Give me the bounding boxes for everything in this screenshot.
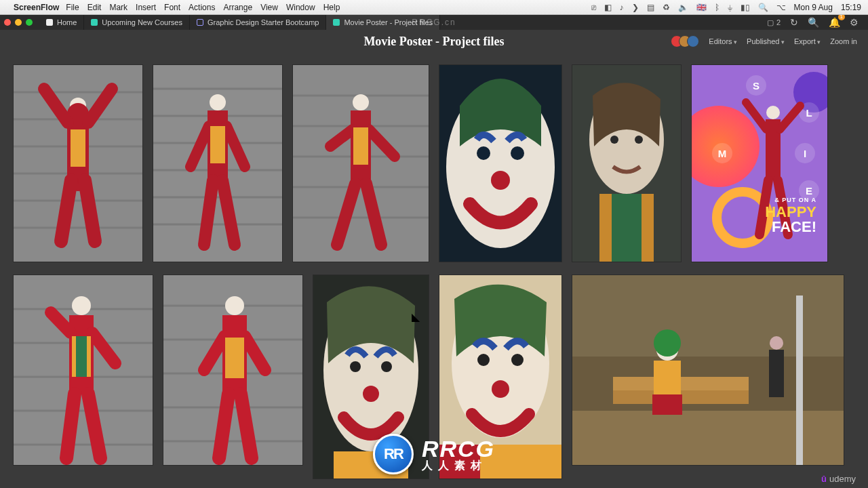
svg-rect-25 xyxy=(353,127,368,165)
project-color-icon xyxy=(333,19,340,26)
project-color-icon xyxy=(197,19,203,26)
menu-file[interactable]: File xyxy=(66,3,79,12)
svg-rect-66 xyxy=(439,445,480,479)
svg-point-16 xyxy=(210,94,226,110)
menu-arrange[interactable]: Arrange xyxy=(223,3,252,12)
window-maximize-button[interactable] xyxy=(26,19,33,26)
macos-menu-bar: ScreenFlow File Edit Mark Insert Font Ac… xyxy=(0,0,868,15)
status-icon[interactable]: ❯ xyxy=(632,3,639,12)
app-name[interactable]: ScreenFlow xyxy=(14,3,59,12)
svg-point-59 xyxy=(363,386,379,402)
window-minimize-button[interactable] xyxy=(15,19,22,26)
image-thumbnail[interactable] xyxy=(439,65,561,262)
svg-point-24 xyxy=(353,94,369,110)
battery-icon[interactable]: ▮▯ xyxy=(741,3,750,12)
svg-rect-54 xyxy=(225,338,244,378)
svg-point-33 xyxy=(610,136,618,144)
svg-point-30 xyxy=(491,171,510,190)
flag-icon[interactable]: 🇬🇧 xyxy=(696,3,707,12)
svg-point-29 xyxy=(511,146,524,160)
window-close-button[interactable] xyxy=(4,19,11,26)
svg-rect-46 xyxy=(76,336,87,377)
menubar-date[interactable]: Mon 9 Aug xyxy=(794,3,833,12)
status-icon[interactable]: ▤ xyxy=(647,3,654,12)
svg-rect-60 xyxy=(334,451,408,479)
svg-rect-67 xyxy=(480,445,561,479)
image-row xyxy=(14,275,854,479)
published-dropdown[interactable]: Published xyxy=(747,37,785,45)
svg-rect-76 xyxy=(652,394,682,415)
svg-rect-75 xyxy=(654,361,681,394)
svg-rect-17 xyxy=(210,126,225,163)
search-icon[interactable]: 🔍 xyxy=(758,3,768,12)
project-color-icon xyxy=(91,19,98,26)
svg-point-65 xyxy=(492,380,509,398)
editors-dropdown[interactable]: Editors xyxy=(709,37,737,45)
svg-rect-78 xyxy=(769,350,784,397)
notifications-icon[interactable]: 🔔 xyxy=(829,17,840,28)
image-thumbnail[interactable] xyxy=(14,65,142,262)
svg-point-79 xyxy=(770,336,783,350)
zoom-in-button[interactable]: Zoom in xyxy=(830,37,857,45)
bluetooth-icon[interactable]: ᛒ xyxy=(715,3,719,12)
menu-edit[interactable]: Edit xyxy=(87,3,102,12)
image-row: S L M I E & PUT ON A HAPPY FACE! xyxy=(14,65,854,262)
status-icon[interactable]: ⎚ xyxy=(591,3,596,12)
volume-icon[interactable]: 🔈 xyxy=(678,3,688,12)
image-thumbnail[interactable] xyxy=(14,275,153,465)
svg-point-74 xyxy=(654,329,681,357)
svg-point-37 xyxy=(766,106,780,119)
document-title-bar: Movie Poster - Project files Editors Pub… xyxy=(0,30,868,53)
tab-movie-poster[interactable]: Movie Poster - Project files xyxy=(326,15,440,30)
svg-point-57 xyxy=(350,361,361,372)
menubar-time[interactable]: 15:19 xyxy=(841,3,861,12)
tab-upcoming[interactable]: Upcoming New Courses xyxy=(84,15,190,30)
svg-point-53 xyxy=(225,296,244,315)
poster-text: & PUT ON A HAPPY FACE! xyxy=(765,197,816,235)
menu-mark[interactable]: Mark xyxy=(109,3,127,12)
status-icon[interactable]: ◧ xyxy=(604,3,612,12)
history-icon[interactable]: ↻ xyxy=(790,17,798,28)
search-icon[interactable]: 🔍 xyxy=(808,17,819,28)
canvas[interactable]: S L M I E & PUT ON A HAPPY FACE! xyxy=(0,53,868,488)
menu-insert[interactable]: Insert xyxy=(136,3,156,12)
status-icon[interactable]: ♻︎ xyxy=(663,3,670,12)
menu-font[interactable]: Font xyxy=(164,3,180,12)
image-thumbnail[interactable] xyxy=(313,275,429,479)
svg-point-63 xyxy=(477,354,490,366)
app-tab-bar: Home Upcoming New Courses Graphic Design… xyxy=(0,15,868,30)
collaborator-avatars[interactable] xyxy=(675,35,699,47)
svg-point-28 xyxy=(477,146,490,160)
export-dropdown[interactable]: Export xyxy=(794,37,821,45)
svg-rect-36 xyxy=(612,194,642,262)
menu-view[interactable]: View xyxy=(260,3,278,12)
menu-window[interactable]: Window xyxy=(286,3,315,12)
image-thumbnail[interactable] xyxy=(293,65,429,262)
settings-icon[interactable]: ⚙ xyxy=(850,17,859,28)
wifi-icon[interactable]: ⏚ xyxy=(728,3,732,12)
svg-rect-8 xyxy=(71,129,85,167)
svg-point-44 xyxy=(72,296,91,315)
window-controls xyxy=(4,19,33,26)
svg-point-64 xyxy=(511,354,524,366)
tab-home[interactable]: Home xyxy=(39,15,84,30)
image-thumbnail[interactable] xyxy=(572,65,681,262)
image-thumbnail[interactable] xyxy=(439,275,561,479)
page-title: Movie Poster - Project files xyxy=(363,35,504,49)
menu-actions[interactable]: Actions xyxy=(189,3,215,12)
tab-label: Graphic Design Starter Bootcamp xyxy=(208,18,319,26)
tab-bootcamp[interactable]: Graphic Design Starter Bootcamp xyxy=(190,15,326,30)
svg-rect-77 xyxy=(796,296,803,465)
image-thumbnail[interactable] xyxy=(572,275,844,465)
image-thumbnail[interactable] xyxy=(153,65,282,262)
menu-help[interactable]: Help xyxy=(323,3,340,12)
status-icon[interactable]: ♪ xyxy=(620,3,624,12)
svg-point-58 xyxy=(381,361,392,372)
tab-label: Upcoming New Courses xyxy=(102,18,182,26)
home-icon xyxy=(46,19,53,26)
control-center-icon[interactable]: ⌥ xyxy=(776,3,786,12)
poster-design[interactable]: S L M I E & PUT ON A HAPPY FACE! xyxy=(692,65,827,262)
image-thumbnail[interactable] xyxy=(163,275,302,465)
devices-indicator[interactable]: ▢ 2 xyxy=(767,18,781,27)
svg-point-34 xyxy=(635,136,643,144)
